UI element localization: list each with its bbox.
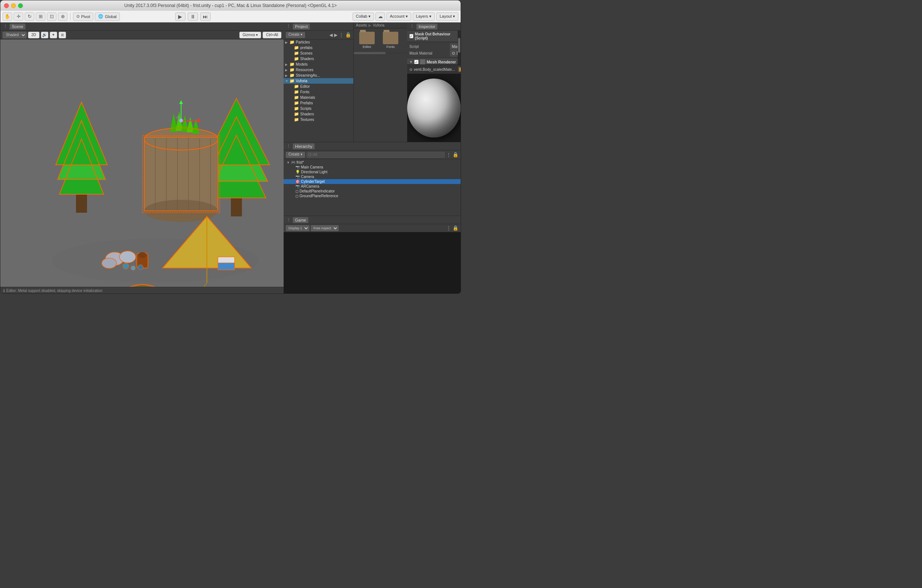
transform-tool-icon[interactable]: ⊕ xyxy=(58,13,67,21)
scene-tab[interactable]: Scene xyxy=(10,24,25,29)
rotate-tool-icon[interactable]: ↻ xyxy=(25,13,34,21)
file-item-editor[interactable]: Editor xyxy=(356,31,378,50)
mesh-renderer-icon xyxy=(420,59,425,65)
layers-button[interactable]: Layers ▾ xyxy=(413,13,435,21)
breadcrumb-assets[interactable]: Assets xyxy=(356,23,367,27)
2d-toggle[interactable]: 2D xyxy=(28,32,39,38)
breadcrumb-vuforia[interactable]: Vuforia xyxy=(373,23,384,27)
project-lock-icon[interactable]: 🔒 xyxy=(345,32,351,38)
svg-point-49 xyxy=(131,266,135,270)
hierarchy-item-main-camera[interactable]: 📷Main Camera xyxy=(284,165,461,170)
tree-item-shaders[interactable]: 📁Shaders xyxy=(284,111,353,117)
mesh-renderer-header[interactable]: ▼ ✓ Mesh Renderer xyxy=(407,58,461,65)
menubar-right: Collab ▾ ☁ Account ▾ Layers ▾ Layout ▾ xyxy=(353,13,458,21)
hierarchy-item-defaultplaneindicator[interactable]: ◻DefaultPlaneIndicator xyxy=(284,189,461,194)
hierarchy-item-frist-[interactable]: ▼🎮frist* xyxy=(284,160,461,165)
hierarchy-icon: ⋮ xyxy=(286,144,291,149)
pivot-button[interactable]: ⊙ Pivot xyxy=(73,13,93,21)
hierarchy-create-button[interactable]: Create ▾ xyxy=(286,152,305,158)
minimize-button[interactable] xyxy=(11,3,16,8)
rect-tool-icon[interactable]: ⊡ xyxy=(47,13,56,21)
hierarchy-tab[interactable]: Hierarchy xyxy=(293,144,315,149)
tree-item-scenes[interactable]: 📁Scenes xyxy=(284,51,353,56)
hierarchy-header: ⋮ Hierarchy xyxy=(284,142,461,150)
display-select[interactable]: Display 1 xyxy=(286,225,309,231)
scene-panel: ⋮ Scene Shaded 2D 🔊 ✦ ⊞ Gizmos ▾ Ctrl+Al… xyxy=(0,23,284,294)
hierarchy-item-cylindertarget[interactable]: 🎯CylinderTarget xyxy=(284,179,461,184)
maximize-button[interactable] xyxy=(18,3,23,8)
layout-button[interactable]: Layout ▾ xyxy=(436,13,458,21)
play-button[interactable]: ▶ xyxy=(175,13,185,21)
hierarchy-item-directional-light[interactable]: 💡Directional Light xyxy=(284,170,461,175)
tree-folder-icon: 📁 xyxy=(289,62,295,67)
move-tool-icon[interactable]: ✛ xyxy=(14,13,23,21)
top-right: ⋮ Project Create ▾ ◀ ▶ ⋮ 🔒 ▶📁Particles📁p… xyxy=(284,23,461,142)
gizmos-button[interactable]: Gizmos ▾ xyxy=(239,32,262,38)
close-button[interactable] xyxy=(4,3,9,8)
collab-button[interactable]: Collab ▾ xyxy=(353,13,374,21)
pause-button[interactable]: ⏸ xyxy=(188,13,198,21)
shading-mode-select[interactable]: Shaded xyxy=(3,32,26,38)
tree-folder-icon: 📁 xyxy=(294,84,299,89)
tree-item-vuforia[interactable]: ▼📁Vuforia xyxy=(284,78,353,84)
tree-item-textures[interactable]: 📁Textures xyxy=(284,117,353,122)
tree-item-scripts[interactable]: 📁Scripts xyxy=(284,106,353,111)
tree-item-particles[interactable]: ▶📁Particles xyxy=(284,39,353,45)
game-settings-icon[interactable]: ⋮ xyxy=(446,225,451,231)
file-item-fonts[interactable]: Fonts xyxy=(379,31,402,50)
account-button[interactable]: Account ▾ xyxy=(386,13,411,21)
hierarchy-item-camera[interactable]: 📷Camera xyxy=(284,175,461,179)
svg-line-53 xyxy=(181,283,207,287)
traffic-lights[interactable] xyxy=(4,3,23,8)
inspector-scrollbar[interactable] xyxy=(458,31,461,65)
tree-folder-icon: 📁 xyxy=(289,78,295,83)
aspect-select[interactable]: Free Aspect xyxy=(311,225,338,231)
fx-toggle[interactable]: ✦ xyxy=(50,32,57,38)
svg-point-48 xyxy=(123,263,129,269)
project-tab[interactable]: Project xyxy=(293,24,310,29)
tree-item-prefabs[interactable]: 📁prefabs xyxy=(284,45,353,51)
tree-item-streamingas---[interactable]: ▶📁StreamingAs... xyxy=(284,73,353,78)
preview-rewind[interactable]: ⏪ xyxy=(458,67,461,72)
project-create-button[interactable]: Create ▾ xyxy=(286,32,305,38)
game-tab[interactable]: Game xyxy=(293,217,308,223)
hierarchy-item-arcamera[interactable]: 📷ARCamera xyxy=(284,184,461,189)
scale-tool-icon[interactable]: ⊞ xyxy=(36,13,45,21)
project-nav-back[interactable]: ◀ xyxy=(329,33,333,38)
tree-item-shaders[interactable]: 📁Shaders xyxy=(284,56,353,62)
tree-item-fonts[interactable]: 📁Fonts xyxy=(284,89,353,95)
script-row: Script MaskOutBehaviour xyxy=(409,43,458,50)
game-viewport[interactable] xyxy=(284,232,461,294)
grid-toggle[interactable]: ⊞ xyxy=(59,32,66,38)
svg-rect-11 xyxy=(231,198,242,216)
global-button[interactable]: 🌐 Global xyxy=(95,13,120,21)
hierarchy-panel: ⋮ Hierarchy Create ▾ ⋮ 🔒 ▼🎮frist*📷Main C… xyxy=(284,142,461,216)
hand-tool-icon[interactable]: ✋ xyxy=(3,13,12,21)
project-nav-forward[interactable]: ▶ xyxy=(334,33,337,38)
tree-item-editor[interactable]: 📁Editor xyxy=(284,84,353,89)
scene-viewport[interactable]: ✛ < Persp X Y Z 🔒 xyxy=(0,39,284,287)
tree-item-materials[interactable]: 📁Materials xyxy=(284,95,353,100)
scene-toolbar: Shaded 2D 🔊 ✦ ⊞ Gizmos ▾ Ctrl+All xyxy=(0,31,284,39)
hierarchy-search-input[interactable] xyxy=(306,152,445,158)
hierarchy-lock-icon[interactable]: 🔒 xyxy=(453,152,458,157)
file-browser-scrollbar[interactable] xyxy=(354,52,407,54)
hierarchy-settings-icon[interactable]: ⋮ xyxy=(446,152,451,157)
step-button[interactable]: ⏭ xyxy=(200,13,211,21)
ctrl-all-button[interactable]: Ctrl+All xyxy=(263,32,281,38)
mesh-renderer-checkbox[interactable]: ✓ xyxy=(414,60,418,64)
project-settings-icon[interactable]: ⋮ xyxy=(339,32,344,38)
cloud-icon[interactable]: ☁ xyxy=(376,13,385,21)
material-preview-icon: ⊙ xyxy=(409,67,412,72)
audio-toggle[interactable]: 🔊 xyxy=(41,32,48,38)
game-header: ⋮ Game xyxy=(284,216,461,224)
hier-icon: 💡 xyxy=(296,170,300,174)
tree-item-prefabs[interactable]: 📁Prefabs xyxy=(284,100,353,106)
hierarchy-item-groundplanereference[interactable]: ◻GroundPlaneReference xyxy=(284,194,461,198)
tree-item-resources[interactable]: ▶📁Resources xyxy=(284,67,353,73)
tree-item-models[interactable]: ▶📁Models xyxy=(284,62,353,67)
inspector-tab[interactable]: Inspector xyxy=(416,24,437,29)
game-lock-icon[interactable]: 🔒 xyxy=(453,225,458,231)
mesh-renderer-toggle[interactable]: ▼ xyxy=(409,60,413,64)
object-active-checkbox[interactable]: ✓ xyxy=(409,34,414,38)
